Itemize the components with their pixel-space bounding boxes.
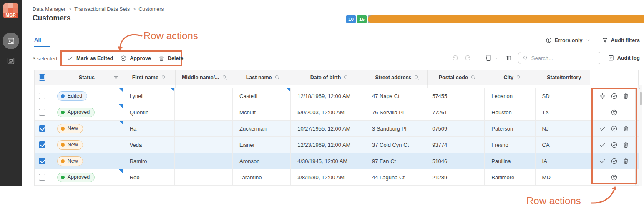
cell-street[interactable]: 47 Napa Ct [365,88,425,104]
row-action-mark-edited[interactable] [599,141,606,148]
cell-dob[interactable]: 12/18/1969, 12:00 AM [291,88,365,104]
search-input[interactable] [531,55,605,61]
row-checkbox[interactable] [39,93,45,99]
row-action-delete[interactable] [622,158,629,165]
cell-city[interactable]: Fresno [485,137,535,153]
row-action-approve[interactable] [611,141,618,148]
cell-city[interactable]: Baltimore [485,169,535,186]
column-header-last[interactable]: Last name [234,70,292,85]
row-action-mark-edited[interactable] [599,158,606,165]
cell-middle[interactable] [175,153,233,169]
cell-city[interactable]: Lebanon [485,88,535,104]
bulk-action-mark-as-edited[interactable]: Mark as Edited [67,55,113,62]
row-checkbox[interactable] [39,158,45,164]
cell-last[interactable]: Tarantino [233,169,291,186]
cell-first[interactable]: Ha [123,121,175,137]
cell-first[interactable]: Rob [123,169,175,186]
row-action-sparkle[interactable] [599,93,606,100]
scroll-up-icon[interactable] [639,86,642,90]
undo-button[interactable] [451,55,458,62]
cell-last[interactable]: Zuckerman [233,121,291,137]
cell-dob[interactable]: 12/23/1969, 12:00 AM [291,137,365,153]
sidebar-item-logs[interactable] [3,53,19,69]
cell-street[interactable]: 76 Servilla Pl [365,104,425,121]
cell-status[interactable]: Approved [50,169,123,186]
cell-city[interactable]: Houston [485,104,535,121]
row-checkbox[interactable] [39,125,45,132]
cell-state[interactable]: CA [536,137,587,153]
row-action-delete[interactable] [622,93,629,100]
cell-state[interactable]: SD [536,88,587,104]
app-logo[interactable]: MGR [3,3,18,18]
column-header-status[interactable]: Status [50,70,123,85]
column-header-city[interactable]: City [487,70,538,85]
column-header-middle[interactable]: Middle name/... [176,70,234,85]
sidebar-item-data-sets[interactable] [3,33,19,49]
cell-middle[interactable] [175,137,233,153]
cell-status[interactable]: Approved [50,104,123,121]
cell-postal[interactable]: 21289 [425,169,485,186]
cell-state[interactable]: TX [536,104,587,121]
column-filter-icon[interactable] [113,75,119,80]
column-settings-button[interactable] [505,55,512,62]
redo-button[interactable] [465,55,472,62]
row-action-approve[interactable] [611,93,618,100]
cell-first[interactable]: Quentin [123,104,175,121]
cell-middle[interactable] [175,104,233,121]
cell-status[interactable]: New [50,121,123,137]
bulk-action-approve[interactable]: Approve [120,55,151,62]
cell-city[interactable]: Paterson [485,121,535,137]
row-action-revert[interactable] [611,109,618,116]
cell-dob[interactable]: 10/27/1955, 12:00 AM [291,121,365,137]
row-checkbox[interactable] [39,141,45,148]
cell-first[interactable]: Ramiro [123,153,175,169]
row-action-revert[interactable] [611,174,618,181]
cell-street[interactable]: 3 Sandburg Pl [365,121,425,137]
row-action-approve[interactable] [611,125,618,132]
export-menu-button[interactable] [485,54,498,62]
cell-postal[interactable]: 07509 [425,121,485,137]
cell-middle[interactable] [175,169,233,186]
vertical-scrollbar[interactable] [639,85,642,186]
cell-state[interactable]: IA [536,153,587,169]
breadcrumb-item[interactable]: Transactional Data Sets [74,6,130,12]
cell-status[interactable]: Edited [50,88,123,104]
status-segment-badge[interactable]: 16 [357,15,367,23]
row-action-approve[interactable] [611,158,618,165]
cell-postal[interactable]: 51046 [425,153,485,169]
cell-city[interactable]: Paullina [485,153,535,169]
cell-dob[interactable]: 5/9/2003, 12:00 AM [291,104,365,121]
column-search-icon[interactable] [161,75,166,80]
column-header-state[interactable]: State/territory [538,70,590,85]
column-header-street[interactable]: Street address [367,70,428,85]
cell-first[interactable]: Lynell [123,88,175,104]
cell-last[interactable]: Castelli [233,88,291,104]
column-search-icon[interactable] [343,75,349,80]
column-header-first[interactable]: First name [123,70,176,85]
cell-state[interactable]: MD [536,169,587,186]
cell-middle[interactable] [175,88,233,104]
cell-state[interactable]: NJ [536,121,587,137]
tab-all[interactable]: All [34,37,50,47]
cell-last[interactable]: Mcnutt [233,104,291,121]
status-segment-badge[interactable]: 10 [346,15,356,23]
row-action-delete[interactable] [622,141,629,148]
scrollbar-thumb[interactable] [640,92,642,105]
cell-dob[interactable]: 3/8/1980, 12:00 AM [291,169,365,186]
column-search-icon[interactable] [274,75,280,80]
row-checkbox[interactable] [39,174,45,181]
row-action-mark-edited[interactable] [599,125,606,132]
cell-middle[interactable] [175,121,233,137]
cell-street[interactable]: 44 Laguna Ct [365,169,425,186]
column-search-icon[interactable] [222,75,227,80]
audit-filters-button[interactable]: Audit filters [602,37,640,43]
breadcrumb-item[interactable]: Data Manager [33,6,65,12]
cell-postal[interactable]: 77261 [425,104,485,121]
select-all-checkbox[interactable] [39,74,45,81]
row-action-delete[interactable] [622,125,629,132]
column-search-icon[interactable] [414,75,419,80]
cell-street[interactable]: 97 Fan Ct [365,153,425,169]
cell-last[interactable]: Eisner [233,137,291,153]
cell-postal[interactable]: 93774 [425,137,485,153]
cell-status[interactable]: New [50,153,123,169]
